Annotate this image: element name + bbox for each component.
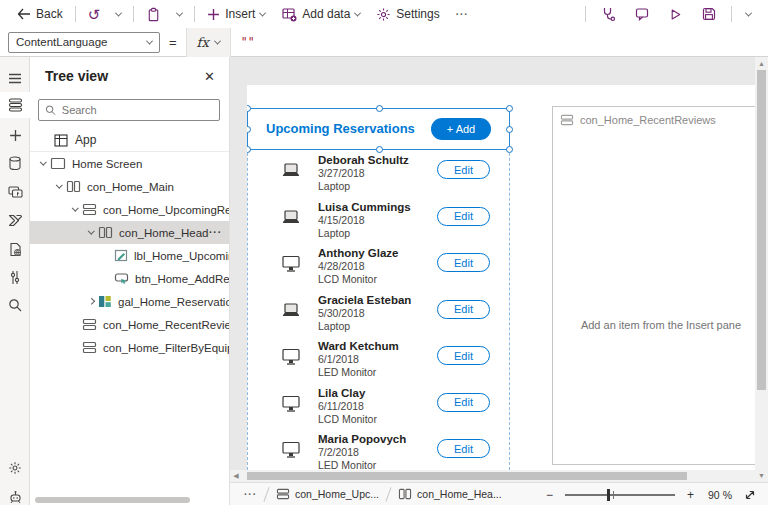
vertical-scrollbar[interactable]: ▲ ▼: [755, 57, 768, 482]
close-icon[interactable]: ✕: [204, 69, 215, 84]
tree-view-title: Tree view: [45, 68, 108, 84]
insert-nav-button[interactable]: [0, 122, 30, 148]
scroll-up-arrow-icon[interactable]: ▲: [755, 57, 768, 70]
scroll-left-arrow-icon[interactable]: ◀: [230, 470, 242, 482]
property-dropdown[interactable]: ContentLanguage: [8, 32, 160, 53]
tree-item-lbl-home-upcomingreservation[interactable]: lbl_Home_UpcomingReservat: [30, 244, 230, 267]
insert-button[interactable]: Insert: [200, 2, 272, 26]
gallery-row[interactable]: Ward Ketchum6/1/2018LED Monitor Edit: [247, 338, 510, 384]
media-nav-button[interactable]: [0, 179, 30, 205]
selection-handle[interactable]: [247, 105, 251, 112]
app-screen[interactable]: Deborah Schultz3/27/2018Laptop Edit Luis…: [247, 85, 755, 470]
add-data-label: Add data: [302, 7, 350, 21]
undo-dropdown[interactable]: [109, 2, 128, 26]
horizontal-scrollbar-thumb[interactable]: [247, 472, 687, 480]
app-checker-button[interactable]: [593, 2, 623, 26]
advanced-tools-nav-button[interactable]: [0, 236, 30, 262]
gallery-row[interactable]: Lila Clay6/11/2018LCD Monitor Edit: [247, 385, 510, 431]
add-button[interactable]: + Add: [431, 118, 491, 140]
back-label: Back: [36, 7, 63, 21]
tree-item-gal-home-reservations[interactable]: gal_Home_Reservations: [30, 290, 230, 313]
command-bar: Back ↺ Insert Add data Settings ···: [0, 0, 768, 28]
selection-handle[interactable]: [376, 146, 383, 153]
fx-button[interactable]: fx: [186, 28, 231, 57]
selection-handle[interactable]: [506, 126, 513, 133]
save-dropdown[interactable]: [739, 2, 758, 26]
edit-button[interactable]: Edit: [437, 393, 490, 412]
chevron-down-icon[interactable]: [72, 205, 78, 211]
gallery-row[interactable]: Graciela Esteban5/30/2018Laptop Edit: [247, 292, 510, 338]
zoom-slider-handle[interactable]: [607, 489, 610, 501]
preview-play-button[interactable]: [661, 2, 690, 26]
save-button[interactable]: [694, 2, 724, 26]
chevron-right-icon[interactable]: [88, 298, 94, 304]
selection-handle[interactable]: [247, 126, 251, 133]
paste-dropdown[interactable]: [170, 2, 189, 26]
document-globe-icon: [8, 242, 22, 257]
chevron-down-icon[interactable]: [40, 159, 46, 165]
tree-item-con-home-recentreviews[interactable]: con_Home_RecentReviews: [30, 313, 230, 336]
fit-to-window-button[interactable]: [744, 489, 756, 501]
scroll-down-arrow-icon[interactable]: ▼: [755, 469, 768, 482]
data-nav-button[interactable]: [0, 150, 30, 176]
power-automate-nav-button[interactable]: [0, 207, 30, 233]
edit-button[interactable]: Edit: [437, 207, 490, 226]
commandbar-overflow-button[interactable]: ···: [449, 2, 476, 26]
tree-search-box[interactable]: [38, 99, 220, 121]
comments-button[interactable]: [627, 2, 657, 26]
database-icon: [8, 156, 22, 171]
tree-view-nav-button[interactable]: [0, 92, 30, 118]
search-nav-button[interactable]: [0, 292, 30, 318]
edit-button[interactable]: Edit: [437, 253, 490, 272]
back-button[interactable]: Back: [10, 2, 70, 26]
monitor-icon: [280, 348, 302, 366]
edit-button[interactable]: Edit: [437, 300, 490, 319]
edit-button[interactable]: Edit: [437, 346, 490, 365]
vertical-scrollbar-thumb[interactable]: [757, 70, 766, 390]
zoom-slider[interactable]: [565, 494, 675, 496]
breadcrumb-con-home-header[interactable]: con_Home_Hea...: [398, 488, 502, 500]
horizontal-scrollbar[interactable]: ◀: [230, 470, 755, 482]
settings-button[interactable]: Settings: [369, 2, 446, 26]
hamburger-menu-button[interactable]: [0, 65, 30, 91]
search-input[interactable]: [62, 104, 213, 116]
selected-header-container[interactable]: Upcoming Reservations + Add: [247, 108, 510, 150]
tree-item-con-home-upcomingreservations[interactable]: con_Home_UpcomingReservations: [30, 198, 230, 221]
laptop-icon: [280, 302, 302, 320]
tree-item-home-screen[interactable]: Home Screen: [30, 152, 230, 175]
gallery-row[interactable]: Maria Popovych7/2/2018LED Monitor Edit: [247, 431, 510, 470]
virtual-agent-button[interactable]: [0, 484, 30, 505]
zoom-out-button[interactable]: −: [542, 488, 557, 502]
selection-handle[interactable]: [506, 146, 513, 153]
tree-item-con-home-header[interactable]: con_Home_Header ···: [30, 221, 230, 244]
edit-button[interactable]: Edit: [437, 160, 490, 179]
add-data-button[interactable]: Add data: [274, 2, 367, 26]
paste-button[interactable]: [139, 2, 168, 26]
item-overflow-icon[interactable]: ···: [209, 227, 230, 238]
undo-button[interactable]: ↺: [81, 2, 108, 26]
sliders-icon: [9, 270, 21, 285]
gallery-row[interactable]: Anthony Glaze4/28/2018LCD Monitor Edit: [247, 245, 510, 291]
tree-item-con-home-main[interactable]: con_Home_Main: [30, 175, 230, 198]
breadcrumb-con-home-upcomingreservations[interactable]: con_Home_Upc...: [276, 488, 379, 500]
breadcrumb-overflow-button[interactable]: ···: [244, 489, 257, 500]
rail-settings-button[interactable]: [0, 455, 30, 481]
divider: [194, 6, 195, 22]
selection-handle[interactable]: [376, 105, 383, 112]
tree-item-con-home-filterbyequipment[interactable]: con_Home_FilterByEquipment: [30, 336, 230, 359]
edit-button[interactable]: Edit: [437, 439, 490, 458]
chevron-down-icon[interactable]: [56, 182, 62, 188]
recent-reviews-container[interactable]: con_Home_RecentReviews Add an item from …: [552, 106, 755, 465]
monitor-icon: [280, 441, 302, 459]
gallery-row[interactable]: Luisa Cummings4/15/2018Laptop Edit: [247, 199, 510, 245]
upcoming-reservations-title: Upcoming Reservations: [266, 121, 415, 136]
zoom-in-button[interactable]: +: [683, 488, 698, 502]
chevron-down-icon[interactable]: [88, 228, 94, 234]
gallery-row[interactable]: Deborah Schultz3/27/2018Laptop Edit: [247, 152, 510, 198]
tree-item-app[interactable]: App: [30, 129, 229, 151]
selection-handle[interactable]: [506, 105, 513, 112]
formula-input[interactable]: "": [241, 35, 255, 49]
tree-horizontal-scrollbar[interactable]: [35, 497, 190, 503]
variables-nav-button[interactable]: [0, 264, 30, 290]
tree-item-btn-home-addreservation[interactable]: btn_Home_AddReservation: [30, 267, 230, 290]
